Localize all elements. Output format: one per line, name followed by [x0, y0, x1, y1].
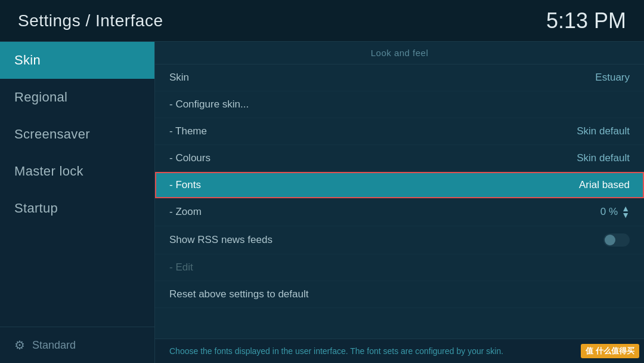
setting-row-skin[interactable]: Skin Estuary: [155, 64, 644, 91]
setting-row-zoom[interactable]: - Zoom 0 % ▲ ▼: [155, 198, 644, 226]
content-area: Look and feel Skin Estuary - Configure s…: [155, 42, 644, 363]
setting-row-rss[interactable]: Show RSS news feeds: [155, 226, 644, 254]
main-layout: Skin Regional Screensaver Master lock St…: [0, 42, 644, 363]
gear-icon: ⚙: [14, 338, 25, 352]
sidebar-level-label: Standard: [32, 339, 76, 352]
setting-value-skin: Estuary: [595, 72, 630, 84]
section-header: Look and feel: [155, 42, 644, 64]
setting-value-theme: Skin default: [577, 125, 630, 137]
setting-row-edit: - Edit: [155, 254, 644, 281]
clock: 5:13 PM: [546, 8, 626, 33]
setting-value-colours: Skin default: [577, 152, 630, 164]
setting-row-configure-skin[interactable]: - Configure skin...: [155, 91, 644, 118]
zoom-controls: 0 % ▲ ▼: [600, 205, 630, 219]
setting-label-rss: Show RSS news feeds: [169, 234, 603, 246]
sidebar-item-skin[interactable]: Skin: [0, 42, 154, 79]
setting-label-colours: - Colours: [169, 152, 565, 164]
content-footer: Choose the fonts displayed in the user i…: [155, 339, 644, 363]
zoom-buttons[interactable]: ▲ ▼: [621, 205, 630, 219]
sidebar: Skin Regional Screensaver Master lock St…: [0, 42, 155, 363]
setting-value-fonts: Arial based: [579, 179, 630, 191]
sidebar-item-screensaver[interactable]: Screensaver: [0, 116, 154, 153]
sidebar-footer: ⚙ Standard: [0, 327, 154, 363]
setting-row-theme[interactable]: - Theme Skin default: [155, 118, 644, 145]
rss-toggle[interactable]: [603, 233, 630, 247]
sidebar-item-startup[interactable]: Startup: [0, 190, 154, 227]
setting-label-fonts: - Fonts: [169, 179, 567, 191]
watermark: 值 什么值得买: [581, 344, 639, 358]
sidebar-item-regional[interactable]: Regional: [0, 79, 154, 116]
setting-row-fonts[interactable]: - Fonts Arial based: [155, 172, 644, 198]
setting-label-skin: Skin: [169, 72, 583, 84]
sidebar-item-master-lock[interactable]: Master lock: [0, 153, 154, 190]
setting-label-reset: Reset above settings to default: [169, 288, 630, 300]
setting-row-reset[interactable]: Reset above settings to default: [155, 281, 644, 308]
zoom-value: 0 %: [600, 206, 618, 218]
zoom-down-icon[interactable]: ▼: [621, 212, 630, 219]
setting-label-configure-skin: - Configure skin...: [169, 99, 630, 110]
sidebar-nav: Skin Regional Screensaver Master lock St…: [0, 42, 154, 227]
settings-list: Skin Estuary - Configure skin... - Theme…: [155, 64, 644, 339]
toggle-knob: [605, 235, 615, 245]
page-title: Settings / Interface: [18, 11, 163, 30]
setting-label-zoom: - Zoom: [169, 206, 600, 218]
setting-label-edit: - Edit: [169, 262, 630, 273]
setting-label-theme: - Theme: [169, 125, 565, 137]
header: Settings / Interface 5:13 PM: [0, 0, 644, 42]
setting-row-colours[interactable]: - Colours Skin default: [155, 145, 644, 172]
